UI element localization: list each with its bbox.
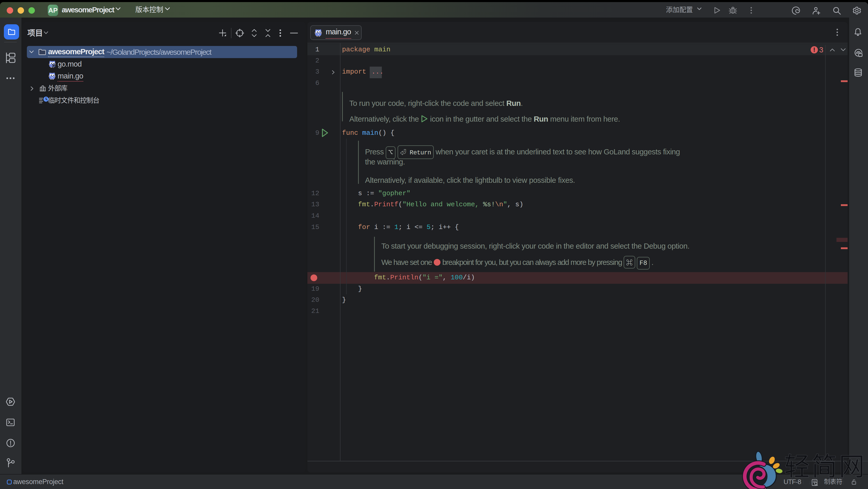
svg-text:轻简网: 轻简网 [784,446,866,483]
svg-text:QJianNet: QJianNet [785,479,848,486]
